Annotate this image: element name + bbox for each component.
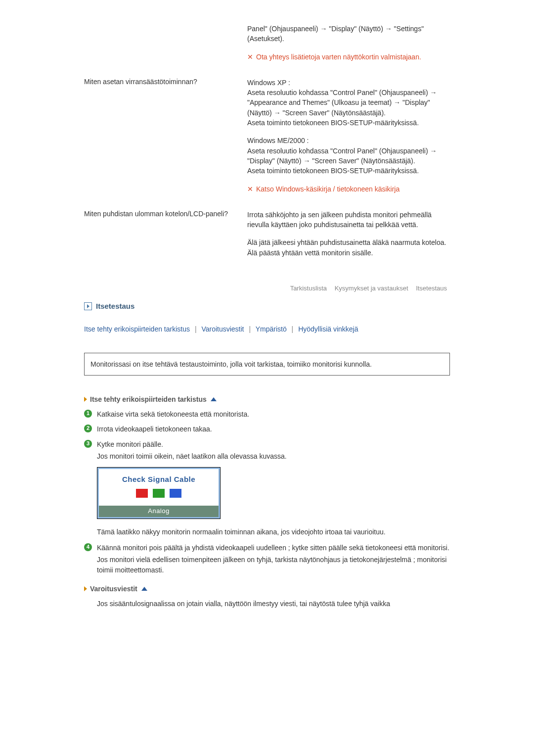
answer-text: Windows XP : Aseta resoluutio kohdassa "… xyxy=(247,78,450,128)
jump-link-selftest[interactable]: Itse tehty erikoispiirteiden tarkistus xyxy=(84,325,190,333)
faq-answer: Panel" (Ohjauspaneeli) → "Display" (Näyt… xyxy=(247,20,450,74)
section-title: Itsetestaus xyxy=(96,302,134,310)
jump-link-environment[interactable]: Ympäristö xyxy=(256,325,287,333)
step-subtext: Jos monitori toimii oikein, näet laatiko… xyxy=(97,451,450,461)
step-subtext: Jos monitori vielä edellisen toimenpitee… xyxy=(97,555,450,575)
step-item: 1 Katkaise virta sekä tietokoneesta että… xyxy=(84,409,450,419)
faq-question: Miten asetan virransäästötoiminnan? xyxy=(84,74,247,206)
step-number-icon: 3 xyxy=(84,440,92,448)
faq-answer: Windows XP : Aseta resoluutio kohdassa "… xyxy=(247,74,450,206)
nav-link-checklist[interactable]: Tarkistuslista xyxy=(290,284,327,292)
sub-title: Varoitusviestit xyxy=(90,585,137,593)
note-marker-icon: ✕ xyxy=(247,53,253,61)
step-number-icon: 2 xyxy=(84,425,92,432)
nav-links: Tarkistuslista Kysymykset ja vastaukset … xyxy=(84,270,450,302)
step-subtext: Tämä laatikko näkyy monitorin normaalin … xyxy=(97,527,450,537)
bullet-icon xyxy=(84,397,87,402)
faq-question xyxy=(84,20,247,74)
answer-text: Panel" (Ohjauspaneeli) → "Display" (Näyt… xyxy=(247,24,450,44)
red-square-icon xyxy=(136,489,148,498)
step-text: Kytke monitori päälle. xyxy=(97,440,163,448)
signal-cable-image: Check Signal Cable Analog xyxy=(97,467,221,519)
step-number-icon: 4 xyxy=(84,543,92,551)
up-triangle-icon[interactable] xyxy=(141,587,147,591)
jump-link-warnings[interactable]: Varoitusviestit xyxy=(201,325,244,333)
color-squares xyxy=(99,489,219,498)
answer-text: Windows ME/2000 : Aseta resoluutio kohda… xyxy=(247,136,450,176)
image-bar-label: Analog xyxy=(99,506,219,517)
faq-answer: Irrota sähköjohto ja sen jälkeen puhdist… xyxy=(247,206,450,270)
jump-link-tips[interactable]: Hyödyllisiä vinkkejä xyxy=(298,325,358,333)
step-item: 3 Kytke monitori päälle. Jos monitori to… xyxy=(84,439,450,537)
image-title: Check Signal Cable xyxy=(99,474,219,485)
info-box: Monitorissasi on itse tehtävä testaustoi… xyxy=(84,353,450,376)
sub-header-selftest: Itse tehty erikoispiirteiden tarkistus xyxy=(84,395,450,403)
step-number-icon: 1 xyxy=(84,410,92,418)
note-marker-icon: ✕ xyxy=(247,185,253,193)
faq-table: Panel" (Ohjauspaneeli) → "Display" (Näyt… xyxy=(84,20,450,270)
answer-note: ✕Ota yhteys lisätietoja varten näyttökor… xyxy=(247,52,450,62)
warning-paragraph: Jos sisääntulosignaalissa on jotain vial… xyxy=(97,599,450,609)
step-item: 4 Käännä monitori pois päältä ja yhdistä… xyxy=(84,543,450,575)
answer-text: Irrota sähköjohto ja sen jälkeen puhdist… xyxy=(247,210,450,230)
jump-links: Itse tehty erikoispiirteiden tarkistus |… xyxy=(84,325,450,333)
green-square-icon xyxy=(153,489,165,498)
nav-link-selftest[interactable]: Itsetestaus xyxy=(416,284,447,292)
nav-link-qa[interactable]: Kysymykset ja vastaukset xyxy=(335,284,408,292)
step-text: Katkaise virta sekä tietokoneesta että m… xyxy=(97,410,249,418)
step-text: Käännä monitori pois päältä ja yhdistä v… xyxy=(97,544,449,552)
sub-header-warnings: Varoitusviestit xyxy=(84,585,450,593)
sub-title: Itse tehty erikoispiirteiden tarkistus xyxy=(90,395,207,403)
up-triangle-icon[interactable] xyxy=(211,397,217,401)
step-list: 1 Katkaise virta sekä tietokoneesta että… xyxy=(84,409,450,575)
section-header: Itsetestaus xyxy=(84,302,450,310)
bullet-icon xyxy=(84,586,87,591)
step-item: 2 Irrota videokaapeli tietokoneen takaa. xyxy=(84,424,450,434)
divider: | xyxy=(292,325,294,333)
divider: | xyxy=(195,325,197,333)
faq-question: Miten puhdistan ulomman kotelon/LCD-pane… xyxy=(84,206,247,270)
step-text: Irrota videokaapeli tietokoneen takaa. xyxy=(97,425,212,433)
blue-square-icon xyxy=(170,489,181,498)
answer-note: ✕Katso Windows-käsikirja / tietokoneen k… xyxy=(247,184,450,194)
answer-text: Älä jätä jälkeesi yhtään puhdistusainett… xyxy=(247,237,450,258)
divider: | xyxy=(249,325,251,333)
section-arrow-icon xyxy=(84,302,92,310)
